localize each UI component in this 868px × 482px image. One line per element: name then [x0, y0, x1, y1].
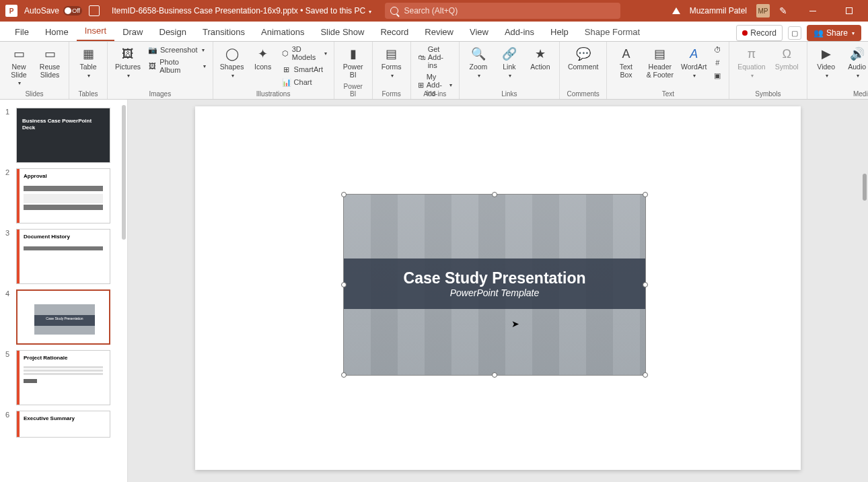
user-name[interactable]: Muzammil Patel — [690, 6, 747, 15]
tab-view[interactable]: View — [462, 23, 497, 41]
resize-handle[interactable] — [341, 372, 347, 378]
photo-album-button[interactable]: 🖼Photo Album▾ — [147, 57, 207, 75]
symbol-button[interactable]: ΩSymbol — [772, 44, 801, 73]
present-mode-icon[interactable]: ▢ — [788, 26, 801, 40]
screenshot-button[interactable]: 📷Screenshot▾ — [147, 44, 207, 55]
tab-animations[interactable]: Animations — [253, 23, 312, 41]
action-button[interactable]: ★Action — [527, 44, 554, 73]
3d-models-icon: ⬡ — [282, 48, 289, 58]
ribbon: ▭New Slide▾ ▭Reuse Slides Slides ▦Table▾… — [0, 42, 868, 100]
table-button[interactable]: ▦Table▾ — [75, 44, 102, 80]
tab-design[interactable]: Design — [151, 23, 194, 41]
screenshot-icon: 📷 — [148, 45, 157, 55]
tab-shape-format[interactable]: Shape Format — [577, 23, 648, 41]
textbox-button[interactable]: AText Box — [612, 44, 639, 80]
date-time-button[interactable]: ⏱ — [711, 44, 723, 55]
chart-button[interactable]: 📊Chart — [281, 77, 328, 88]
tab-review[interactable]: Review — [417, 23, 462, 41]
slide-editor[interactable]: Case Study Presentation PowerPoint Templ… — [128, 100, 868, 482]
wordart-button[interactable]: AWordArt▾ — [680, 44, 707, 80]
forms-button[interactable]: ▤Forms▾ — [378, 44, 405, 80]
tab-draw[interactable]: Draw — [114, 23, 151, 41]
tab-file[interactable]: File — [7, 23, 37, 41]
autosave-toggle[interactable]: AutoSave Off — [24, 6, 82, 15]
thumbnail-5[interactable]: Project Rationale — [16, 350, 110, 405]
slide-canvas[interactable]: Case Study Presentation PowerPoint Templ… — [195, 106, 801, 470]
action-icon: ★ — [532, 46, 548, 62]
3d-models-button[interactable]: ⬡3D Models▾ — [281, 44, 328, 62]
equation-button[interactable]: πEquation▾ — [735, 44, 768, 80]
slide-title: Case Study Presentation — [404, 269, 586, 287]
resize-handle[interactable] — [492, 192, 497, 197]
addins-icon: ⊞ — [418, 80, 424, 90]
resize-handle[interactable] — [643, 192, 648, 197]
save-icon[interactable] — [89, 5, 100, 16]
link-icon: 🔗 — [501, 46, 517, 62]
main-area: 1 Business Case PowerPoint Deck 2 Approv… — [0, 100, 868, 482]
tab-transitions[interactable]: Transitions — [194, 23, 253, 41]
smartart-icon: ⊞ — [282, 65, 291, 74]
resize-handle[interactable] — [643, 282, 648, 287]
group-text-label: Text — [612, 89, 723, 98]
pictures-button[interactable]: 🖼Pictures▾ — [113, 44, 143, 80]
table-icon: ▦ — [80, 46, 96, 62]
maximize-button[interactable] — [836, 0, 863, 22]
forms-icon: ▤ — [384, 46, 400, 62]
document-title[interactable]: ItemID-6658-Business Case Presentation-1… — [112, 6, 371, 15]
get-addins-button[interactable]: 🛍Get Add-ins — [417, 44, 454, 70]
store-icon: 🛍 — [418, 53, 425, 62]
record-button[interactable]: Record — [736, 25, 783, 41]
audio-button[interactable]: 🔊Audio▾ — [844, 44, 868, 80]
selected-picture[interactable]: Case Study Presentation PowerPoint Templ… — [343, 194, 646, 376]
warning-icon[interactable] — [672, 7, 680, 14]
reuse-slides-icon: ▭ — [42, 46, 58, 62]
resize-handle[interactable] — [492, 372, 497, 378]
thumbnail-scrollbar[interactable] — [122, 105, 126, 240]
zoom-button[interactable]: 🔍Zoom▾ — [465, 44, 492, 80]
app-icon: P — [5, 5, 17, 17]
video-button[interactable]: ▶Video▾ — [813, 44, 840, 80]
thumbnail-4[interactable]: Case Study Presentation — [16, 289, 110, 345]
link-button[interactable]: 🔗Link▾ — [496, 44, 523, 80]
slide-number-button[interactable]: # — [711, 57, 723, 68]
share-button[interactable]: 👥 Share ▾ — [807, 25, 861, 41]
search-icon — [390, 7, 398, 15]
thumbnail-2[interactable]: Approval — [16, 168, 110, 223]
resize-handle[interactable] — [341, 282, 347, 287]
tab-addins[interactable]: Add-ins — [497, 23, 542, 41]
thumbnail-1[interactable]: Business Case PowerPoint Deck — [16, 108, 110, 163]
search-input[interactable]: Search (Alt+Q) — [385, 3, 620, 19]
vertical-scrollbar[interactable] — [860, 100, 867, 482]
thumbnail-3[interactable]: Document History — [16, 229, 110, 284]
object-button[interactable]: ▣ — [711, 70, 723, 81]
pen-icon[interactable] — [779, 5, 790, 16]
user-avatar[interactable]: MP — [756, 4, 770, 18]
header-footer-button[interactable]: ▤Header & Footer — [643, 44, 676, 80]
autosave-label: AutoSave — [24, 6, 59, 15]
comment-button[interactable]: 💬Comment — [565, 44, 602, 73]
shapes-button[interactable]: ◯Shapes▾ — [219, 44, 246, 80]
tab-record[interactable]: Record — [372, 23, 417, 41]
wordart-icon: A — [686, 46, 702, 62]
slide-thumbnails-panel[interactable]: 1 Business Case PowerPoint Deck 2 Approv… — [0, 100, 128, 482]
reuse-slides-button[interactable]: ▭Reuse Slides — [36, 44, 63, 80]
ribbon-tabs: File Home Insert Draw Design Transitions… — [0, 22, 868, 42]
tab-home[interactable]: Home — [37, 23, 77, 41]
icons-button[interactable]: ✦Icons — [250, 44, 277, 73]
new-slide-button[interactable]: ▭New Slide▾ — [5, 44, 32, 88]
powerbi-button[interactable]: ▮Power BI — [340, 44, 367, 80]
minimize-button[interactable] — [799, 0, 826, 22]
shapes-icon: ◯ — [224, 46, 240, 62]
comment-icon: 💬 — [575, 46, 591, 62]
date-time-icon: ⏱ — [713, 45, 722, 55]
tab-slideshow[interactable]: Slide Show — [312, 23, 372, 41]
resize-handle[interactable] — [341, 192, 347, 197]
resize-handle[interactable] — [643, 372, 648, 378]
tab-insert[interactable]: Insert — [77, 22, 115, 41]
new-slide-icon: ▭ — [11, 46, 27, 62]
title-bar: P AutoSave Off ItemID-6658-Business Case… — [0, 0, 868, 22]
group-links-label: Links — [465, 89, 554, 98]
thumbnail-6[interactable]: Executive Summary — [16, 411, 110, 438]
smartart-button[interactable]: ⊞SmartArt — [281, 64, 328, 75]
tab-help[interactable]: Help — [542, 23, 577, 41]
